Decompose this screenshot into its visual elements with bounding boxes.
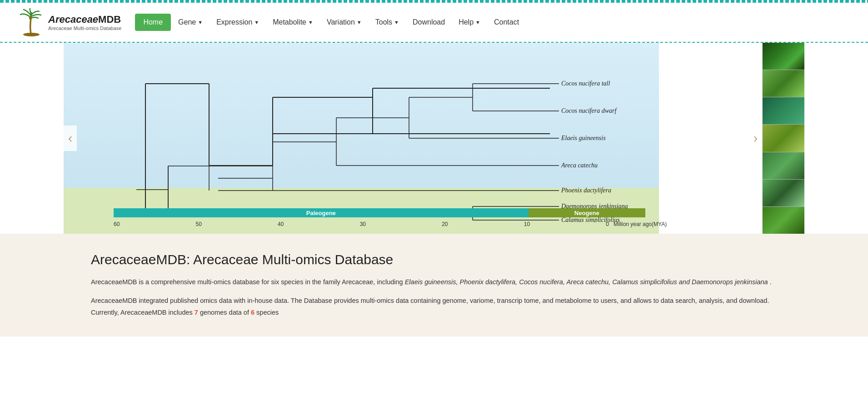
tick-20: 20 [442,221,448,227]
nav-download-label: Download [413,18,445,26]
svg-text:Cocos nucifera tall: Cocos nucifera tall [561,80,610,87]
nav-help-label: Help [459,18,474,26]
neogene-bar: Neogene [529,208,645,217]
species-photo-5 [763,152,804,180]
para1-end: . [768,278,772,286]
nav-link-download[interactable]: Download [406,14,451,31]
nav-link-contact[interactable]: Contact [488,14,525,31]
brand-text: ArecaceaeMDB Arecaceae Multi-omics Datab… [48,14,121,31]
nav-contact-label: Contact [494,18,519,26]
mya-axis: 60 50 40 30 20 10 0 [114,221,609,227]
tools-dropdown-arrow: ▼ [394,20,399,25]
tree-section: ‹ [64,43,804,234]
nav-link-tools[interactable]: Tools ▼ [369,14,405,31]
nav-link-expression[interactable]: Expression ▼ [210,14,265,31]
nav-item-tools: Tools ▼ [369,14,405,31]
nav-item-variation: Variation ▼ [320,14,368,31]
info-title: ArecaceaeMDB: Arecaceae Multi-omics Data… [91,252,777,267]
para2-start: ArecaceaeMDB integrated published omics … [91,297,769,316]
nav-list: Home Gene ▼ Expression ▼ Metabolite ▼ Va… [135,14,850,31]
tick-10: 10 [524,221,530,227]
svg-text:Cocos nucifera dwarf: Cocos nucifera dwarf [561,107,617,114]
tick-50: 50 [196,221,202,227]
species-photo-4 [763,125,804,152]
nav-home-label: Home [143,18,163,26]
gene-dropdown-arrow: ▼ [198,20,203,25]
nav-link-help[interactable]: Help ▼ [452,14,487,31]
nav-link-metabolite[interactable]: Metabolite ▼ [266,14,319,31]
phylogenetic-tree-clean: Cocos nucifera tall Cocos nucifera dwarf… [64,45,659,222]
info-paragraph-1: ArecaceaeMDB is a comprehensive multi-om… [91,276,777,288]
nav-item-metabolite: Metabolite ▼ [266,14,319,31]
tick-60: 60 [114,221,120,227]
brand-subtitle: Arecaceae Multi-omics Database [48,25,121,31]
para1-species: Elaeis guineensis, Phoenix dactylifera, … [405,278,768,286]
info-section: ArecaceaeMDB: Arecaceae Multi-omics Data… [0,234,868,337]
brand-logo-link[interactable]: ArecaceaeMDB Arecaceae Multi-omics Datab… [18,8,121,36]
metabolite-dropdown-arrow: ▼ [308,20,313,25]
species-photo-2 [763,70,804,97]
nav-item-gene: Gene ▼ [172,14,209,31]
species-photo-1 [763,43,804,70]
info-paragraph-2: ArecaceaeMDB integrated published omics … [91,295,777,318]
nav-tools-label: Tools [375,18,392,26]
para1-start: ArecaceaeMDB is a comprehensive multi-om… [91,278,405,286]
nav-item-help: Help ▼ [452,14,487,31]
nav-link-home[interactable]: Home [135,14,171,31]
para2-end: species [254,309,279,316]
svg-text:Areca catechu: Areca catechu [561,162,598,169]
nav-link-gene[interactable]: Gene ▼ [172,14,209,31]
main-content: ‹ [0,43,868,337]
svg-text:Phoenix dactylifera: Phoenix dactylifera [561,187,611,194]
brand-title-italic: Arecaceae [48,14,98,25]
carousel-right-button[interactable]: › [749,126,762,151]
species-photo-6 [763,180,804,207]
nav-item-home: Home [135,14,171,31]
nav-item-download: Download [406,14,451,31]
brand-logo-icon [18,8,45,36]
species-photo-7 [763,207,804,234]
species-photo-3 [763,97,804,125]
nav-expression-label: Expression [216,18,252,26]
nav-variation-label: Variation [327,18,355,26]
species-photos-panel [762,43,804,234]
variation-dropdown-arrow: ▼ [357,20,362,25]
navbar: ArecaceaeMDB Arecaceae Multi-omics Datab… [0,3,868,43]
timeline-bar: Paleogene Neogene [114,208,645,217]
para2-mid: genomes data of [198,309,251,316]
brand-title-bold: MDB [98,14,121,25]
carousel-left-button[interactable]: ‹ [64,126,77,151]
expression-dropdown-arrow: ▼ [254,20,259,25]
nav-link-variation[interactable]: Variation ▼ [320,14,368,31]
svg-point-1 [29,17,32,20]
tick-0: 0 [606,221,609,227]
nav-item-contact: Contact [488,14,525,31]
tick-40: 40 [278,221,284,227]
mya-label: Million year ago(MYA) [614,221,667,227]
paleogene-bar: Paleogene [114,208,529,217]
nav-item-expression: Expression ▼ [210,14,265,31]
tick-30: 30 [360,221,366,227]
help-dropdown-arrow: ▼ [475,20,480,25]
nav-metabolite-label: Metabolite [273,18,306,26]
nav-gene-label: Gene [178,18,196,26]
para2-num2: 6 [251,309,254,316]
para2-num1: 7 [195,309,198,316]
tree-container: ‹ [64,43,804,234]
svg-text:Elaeis guineensis: Elaeis guineensis [561,135,606,141]
